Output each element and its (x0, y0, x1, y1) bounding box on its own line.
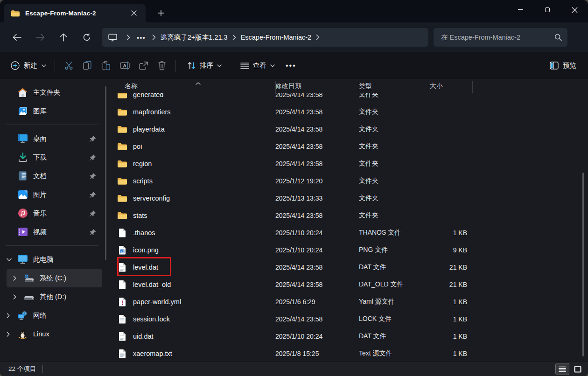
videos-icon (18, 227, 28, 237)
column-header-date[interactable]: 修改日期 (275, 82, 359, 91)
file-row[interactable]: playerdata 2025/4/14 23:58 文件夹 (111, 120, 580, 138)
sidebar-item-documents[interactable]: 文档 (0, 167, 102, 185)
share-button[interactable] (134, 56, 153, 75)
tab-title: Escape-From-Maniac-2 (25, 10, 96, 17)
chevron-icon[interactable] (7, 258, 18, 261)
cut-button[interactable] (59, 56, 78, 75)
pin-icon (89, 191, 96, 198)
breadcrumb[interactable]: ••• 逃离疯子2+版本1.21.3 Escape-From-Maniac-2 (102, 28, 428, 47)
more-options-button[interactable]: ••• (279, 62, 303, 70)
file-row[interactable]: scripts 2025/1/12 19:20 文件夹 (111, 172, 580, 189)
column-divider[interactable] (472, 81, 473, 93)
file-row[interactable]: stats 2025/4/14 23:58 文件夹 (111, 207, 580, 224)
paste-button[interactable] (97, 56, 115, 75)
file-row[interactable]: mapfrontiers 2025/4/14 23:58 文件夹 (111, 103, 580, 120)
large-icons-view-icon (574, 366, 581, 373)
tab-close-icon[interactable] (128, 7, 140, 19)
tab-escape-from-maniac-2[interactable]: Escape-From-Maniac-2 (4, 4, 146, 22)
minimize-button[interactable] (507, 0, 534, 20)
new-button[interactable]: 新建 (7, 56, 50, 75)
file-type: 文件夹 (359, 160, 429, 168)
column-header-type[interactable]: 类型 (359, 82, 429, 91)
sidebar-item-pictures[interactable]: 图片 (0, 185, 102, 204)
sidebar-item-linux[interactable]: Linux (0, 325, 102, 343)
new-tab-button[interactable] (154, 6, 168, 20)
rename-button[interactable] (115, 56, 134, 75)
file-row[interactable]: serverconfig 2025/1/13 13:33 文件夹 (111, 189, 580, 207)
sidebar-item-network[interactable]: 网络 (0, 306, 102, 325)
file-list-scrollbar[interactable] (582, 173, 584, 356)
search-box[interactable]: 在 Escape-From-Maniac-2 (434, 28, 567, 47)
back-button[interactable] (7, 29, 26, 46)
file-name: uid.dat (133, 333, 154, 340)
file-size: 1 KB (429, 333, 472, 340)
file-size: 1 KB (429, 298, 472, 306)
file-type: DAT 文件 (359, 332, 429, 341)
large-icons-view-button[interactable] (571, 363, 584, 375)
column-header-name[interactable]: 名称 (111, 82, 275, 91)
sidebar-item-drive-c[interactable]: 系统 (C:) (7, 269, 102, 287)
sidebar-item-label: Linux (33, 330, 49, 338)
file-row[interactable]: .thanos 2025/1/10 20:24 THANOS 文件 1 KB (111, 224, 580, 241)
file-name: serverconfig (133, 195, 170, 202)
chevron-down-icon (270, 64, 275, 67)
file-row[interactable]: paper-world.yml 2025/1/6 6:29 Yaml 源文件 1… (111, 293, 580, 310)
sidebar-item-videos[interactable]: 视频 (0, 223, 102, 241)
preview-button-label: 预览 (563, 61, 576, 70)
cut-icon (64, 61, 74, 70)
chevron-icon[interactable] (7, 332, 18, 337)
breadcrumb-item-current[interactable]: Escape-From-Maniac-2 (241, 34, 312, 41)
item-count-label: 22 个项目 (8, 365, 36, 373)
up-button[interactable] (54, 29, 73, 46)
column-header-size[interactable]: 大小 (429, 82, 472, 91)
this-pc-icon[interactable] (108, 34, 117, 42)
close-button[interactable] (561, 0, 588, 20)
preview-button[interactable]: 预览 (546, 56, 581, 75)
desktop-icon (18, 134, 28, 144)
sidebar-item-downloads[interactable]: 下载 (0, 148, 102, 167)
file-row[interactable]: region 2025/4/14 23:58 文件夹 (111, 155, 580, 172)
file-size: 9 KB (429, 246, 472, 254)
sidebar-item-desktop[interactable]: 桌面 (0, 129, 102, 148)
file-lines-icon (118, 349, 127, 358)
sidebar-item-drive-d[interactable]: 其他 (D:) (7, 287, 102, 306)
column-divider[interactable] (359, 81, 359, 93)
view-button[interactable]: 查看 (236, 56, 279, 75)
sidebar-item-music[interactable]: 音乐 (0, 204, 102, 223)
file-row[interactable]: session.lock 2025/4/14 23:58 LOCK 文件 1 K… (111, 310, 580, 327)
search-icon[interactable] (554, 34, 562, 41)
column-divider[interactable] (275, 81, 276, 93)
file-row[interactable]: level.dat 2025/4/14 23:58 DAT 文件 21 KB (111, 258, 580, 276)
sidebar-item-this-pc[interactable]: 此电脑 (0, 250, 102, 269)
file-row[interactable]: xaeromap.txt 2025/1/8 15:25 Text 源文件 1 K… (111, 345, 580, 362)
file-row[interactable]: poi 2025/4/14 23:58 文件夹 (111, 138, 580, 155)
forward-button[interactable] (31, 29, 49, 46)
maximize-button[interactable] (534, 0, 561, 20)
file-row[interactable]: level.dat_old 2025/4/14 23:58 DAT_OLD 文件… (111, 276, 580, 293)
chevron-icon[interactable] (7, 313, 18, 318)
refresh-button[interactable] (77, 29, 96, 46)
sort-button[interactable]: 排序 (183, 56, 226, 75)
file-row[interactable]: icon.png 2025/1/10 20:24 PNG 文件 9 KB (111, 241, 580, 258)
chevron-icon[interactable] (13, 294, 24, 299)
file-date: 2025/1/8 15:25 (275, 350, 359, 357)
file-date: 2025/1/10 20:24 (275, 333, 359, 340)
file-row[interactable]: uid.dat 2025/1/10 20:24 DAT 文件 1 KB (111, 327, 580, 345)
file-name: .thanos (133, 229, 155, 237)
chevron-down-icon (217, 64, 222, 67)
file-date: 2025/4/14 23:58 (275, 143, 359, 150)
sidebar-item-gallery[interactable]: 图库 (0, 102, 102, 120)
copy-button[interactable] (78, 56, 97, 75)
breadcrumb-overflow-button[interactable]: ••• (135, 34, 147, 42)
search-input[interactable]: 在 Escape-From-Maniac-2 (441, 33, 554, 42)
sidebar-item-home[interactable]: 主文件夹 (0, 83, 102, 102)
downloads-icon (18, 153, 28, 162)
breadcrumb-item-parent[interactable]: 逃离疯子2+版本1.21.3 (161, 33, 228, 42)
details-view-button[interactable] (556, 363, 569, 375)
breadcrumb-chevron-icon (232, 35, 236, 40)
chevron-icon[interactable] (13, 276, 24, 281)
pin-icon (89, 229, 96, 236)
delete-button[interactable] (153, 56, 171, 75)
column-divider[interactable] (429, 81, 429, 93)
sidebar-scrollbar[interactable] (105, 86, 106, 260)
